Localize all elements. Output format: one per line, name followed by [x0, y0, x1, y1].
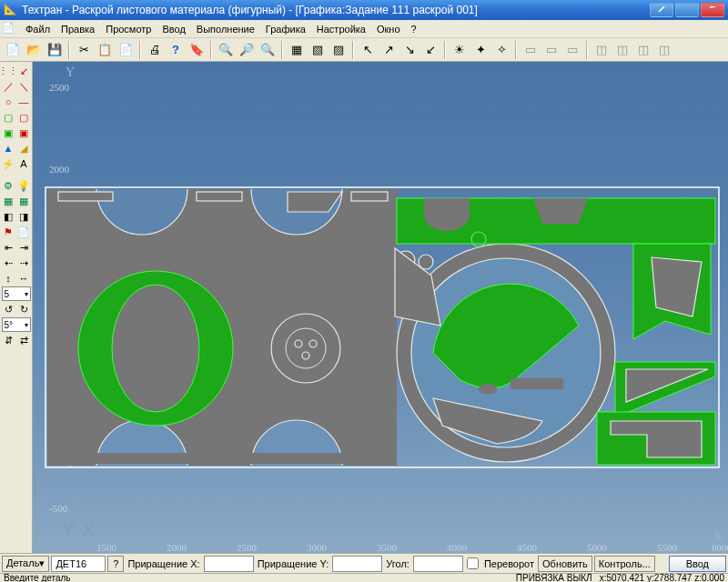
sb-a5-icon[interactable]: ↕ — [1, 271, 15, 286]
menu-view[interactable]: Просмотр — [100, 22, 157, 36]
sb-line3-icon[interactable]: — — [16, 95, 31, 109]
tb-ptr3-icon[interactable]: ↘ — [399, 40, 420, 60]
menu-file[interactable]: Файл — [20, 22, 56, 36]
tb-open-icon[interactable]: 📂 — [24, 40, 44, 60]
tb-win3-icon[interactable]: ▨ — [329, 40, 349, 60]
sb-r1-icon[interactable]: ↺ — [1, 302, 15, 316]
toolbar: 📄 📂 💾 ✂ 📋 📄 🖨 ? 🔖 🔍 🔎 🔍 ▦ ▧ ▨ ↖ ↗ ↘ ↙ ☀ … — [0, 38, 728, 62]
sb-box2-icon[interactable]: ▦ — [16, 194, 31, 208]
det-field[interactable] — [51, 556, 106, 572]
menu-input[interactable]: Ввод — [157, 22, 190, 36]
svg-text:5500: 5500 — [657, 542, 678, 553]
tb-new-icon[interactable]: 📄 — [3, 40, 23, 60]
sb-f1-icon[interactable]: ⇵ — [1, 333, 15, 347]
sb-tri2-icon[interactable]: ◢ — [16, 141, 31, 156]
menu-exec[interactable]: Выполнение — [191, 22, 260, 36]
sb-box1-icon[interactable]: ▦ — [1, 194, 15, 208]
status-snap: ПРИВЯЗКА ВЫКЛ — [516, 573, 592, 582]
incx-input[interactable] — [204, 556, 254, 572]
tb-ptr4-icon[interactable]: ↙ — [420, 40, 440, 60]
tb-sun1-icon[interactable]: ☀ — [450, 40, 470, 60]
sb-light-icon[interactable]: 💡 — [16, 178, 31, 193]
maximize-button[interactable] — [675, 3, 699, 17]
sb-a1-icon[interactable]: ⇤ — [1, 240, 15, 255]
tb-zoomout-icon[interactable]: 🔍 — [258, 40, 278, 60]
menu-graphics[interactable]: Графика — [260, 22, 311, 36]
tb-d2-icon: ▭ — [541, 40, 561, 60]
tb-paste-icon[interactable]: 📄 — [116, 40, 136, 60]
sb-step-dropdown[interactable]: 5▾ — [2, 286, 31, 301]
menu-help[interactable]: ? — [406, 22, 422, 36]
incy-input[interactable] — [332, 556, 382, 572]
svg-text:5000: 5000 — [587, 542, 608, 553]
detail-dropdown[interactable]: Деталь▾ — [2, 556, 49, 572]
svg-text:3000: 3000 — [307, 542, 328, 553]
sb-m1-icon[interactable]: ◧ — [1, 209, 15, 224]
menu-window[interactable]: Окно — [371, 22, 406, 36]
tb-zoomfit-icon[interactable]: 🔍 — [216, 40, 236, 60]
sb-sq3-icon[interactable]: ▣ — [1, 125, 15, 140]
incx-label: Приращение X: — [126, 558, 201, 569]
tb-save-icon[interactable]: 💾 — [45, 40, 65, 60]
tb-print-icon[interactable]: 🖨 — [145, 40, 165, 60]
svg-rect-49 — [47, 453, 395, 464]
angle-input[interactable] — [413, 556, 463, 572]
svg-rect-45 — [197, 192, 242, 201]
tb-ptr1-icon[interactable]: ↖ — [358, 40, 378, 60]
close-button[interactable] — [701, 3, 724, 17]
tb-zoomin-icon[interactable]: 🔎 — [237, 40, 257, 60]
sb-a3-icon[interactable]: ⇠ — [1, 256, 15, 270]
svg-text:2500: 2500 — [49, 82, 70, 93]
tb-info-icon[interactable]: 🔖 — [187, 40, 207, 60]
tb-d3-icon: ▭ — [562, 40, 582, 60]
tb-cut-icon[interactable]: ✂ — [74, 40, 94, 60]
tb-sun3-icon[interactable]: ✧ — [491, 40, 511, 60]
svg-text:4000: 4000 — [447, 542, 468, 553]
status-left: Введите деталь — [4, 573, 71, 582]
svg-text:X: X — [82, 518, 96, 541]
sb-a4-icon[interactable]: ⇢ — [16, 256, 31, 270]
tb-win1-icon[interactable]: ▦ — [287, 40, 307, 60]
sb-axes-icon[interactable]: ↙ — [16, 64, 31, 78]
angle-label: Угол: — [384, 558, 411, 569]
tb-copy-icon[interactable]: 📋 — [95, 40, 115, 60]
flip-label: Переворот — [482, 558, 536, 569]
sb-sq4-icon[interactable]: ▣ — [16, 125, 31, 140]
tb-help-icon[interactable]: ? — [166, 40, 186, 60]
sb-sq1-icon[interactable]: ▢ — [1, 110, 15, 125]
enter-button[interactable]: Ввод — [669, 556, 726, 572]
tb-sun2-icon[interactable]: ✦ — [470, 40, 490, 60]
menu-settings[interactable]: Настройка — [311, 22, 371, 36]
sb-flag-icon[interactable]: ⚑ — [1, 225, 15, 239]
control-button[interactable]: Контроль... — [594, 556, 655, 572]
sb-gear-icon[interactable]: ⚙ — [1, 178, 15, 193]
sb-line2-icon[interactable]: ＼ — [16, 79, 31, 94]
sb-bolt-icon[interactable]: ⚡ — [1, 156, 15, 171]
update-button[interactable]: Обновить — [538, 556, 592, 572]
tb-win2-icon[interactable]: ▧ — [308, 40, 328, 60]
sidebar: ⋮⋮↙ ／＼ ○— ▢▢ ▣▣ ▲◢ ⚡A ⚙💡 ▦▦ ◧◨ ⚑📄 ⇤⇥ ⇠⇢ … — [0, 62, 33, 553]
svg-text:-500: -500 — [49, 503, 68, 514]
sb-a2-icon[interactable]: ⇥ — [16, 240, 31, 255]
help-btn[interactable]: ? — [107, 556, 124, 572]
sb-angle-dropdown[interactable]: 5°▾ — [2, 317, 31, 332]
flip-checkbox[interactable] — [467, 557, 479, 569]
titlebar: 📐 Техтран - Раскрой листового материала … — [0, 0, 728, 20]
sb-r2-icon[interactable]: ↻ — [16, 302, 31, 316]
tb-ptr2-icon[interactable]: ↗ — [379, 40, 399, 60]
sb-dots-icon[interactable]: ⋮⋮ — [1, 64, 15, 78]
sb-circ-icon[interactable]: ○ — [1, 95, 15, 109]
sb-m2-icon[interactable]: ◨ — [16, 209, 31, 224]
canvas-area[interactable]: Y 2500 2000 1500 1000 500 0 -500 1500 20… — [33, 62, 728, 553]
sb-line-icon[interactable]: ／ — [1, 79, 15, 94]
sb-doc-icon[interactable]: 📄 — [16, 225, 31, 239]
sb-arc-icon[interactable]: A — [16, 156, 31, 171]
sb-sq2-icon[interactable]: ▢ — [16, 110, 31, 125]
sb-f2-icon[interactable]: ⇄ — [16, 333, 31, 347]
tb-d5-icon: ◫ — [612, 40, 632, 60]
minimize-button[interactable] — [650, 3, 673, 17]
sys-icon[interactable]: 📄 — [2, 22, 16, 36]
sb-a6-icon[interactable]: ↔ — [16, 271, 31, 286]
sb-tri-icon[interactable]: ▲ — [1, 141, 15, 156]
menu-edit[interactable]: Правка — [56, 22, 100, 36]
